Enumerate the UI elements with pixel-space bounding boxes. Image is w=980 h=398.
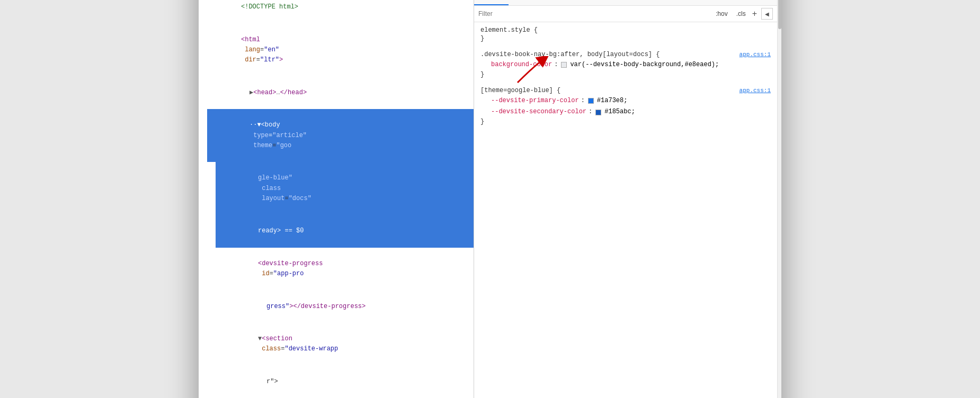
dom-line-devsite-progress2[interactable]: gress"></devsite-progress>	[224, 290, 474, 323]
dom-panel: <!DOCTYPE html> <html lang="en" dir="ltr…	[199, 0, 474, 398]
css-property-secondary-color: --devsite-secondary-color : #185abc;	[480, 106, 771, 118]
add-style-button[interactable]: +	[752, 9, 757, 19]
styles-scrollbar-thumb[interactable]	[778, 0, 781, 29]
css-rule-devsite: .devsite-book-nav-bg:after, body[layout=…	[480, 51, 771, 78]
dom-line-section2: r">	[224, 366, 474, 398]
color-swatch-185abc[interactable]	[595, 110, 601, 115]
styles-scrollbar[interactable]	[777, 0, 781, 398]
dom-line-body-cont2: ready> == $0	[216, 215, 474, 248]
dom-line-section[interactable]: ▼<section class="devsite-wrapp	[216, 323, 474, 366]
css-file-ref-devsite[interactable]: app.css:1	[740, 51, 771, 58]
css-selector-element-style: element.style {	[480, 26, 771, 34]
dom-line-body[interactable]: ··▼<body type="article" theme="goo	[207, 109, 474, 162]
styles-filter-bar: :hov .cls + ◀	[474, 6, 777, 22]
css-close-brace: }	[480, 35, 771, 42]
dom-line-body-cont1: gle-blue" class layout="docs"	[216, 162, 474, 215]
css-rule-theme-google-blue: [theme=google-blue] { app.css:1 --devsit…	[480, 87, 771, 125]
css-file-ref-theme[interactable]: app.css:1	[740, 87, 771, 94]
css-close-brace3: }	[480, 118, 771, 125]
css-selector-devsite: .devsite-book-nav-bg:after, body[layout=…	[480, 51, 771, 58]
css-property-bg-color: background-color : var(--devsite-body-ba…	[480, 59, 771, 71]
color-swatch-e8eaed[interactable]	[561, 62, 567, 68]
tab-layout[interactable]: Layout	[555, 0, 591, 5]
dom-tree[interactable]: <!DOCTYPE html> <html lang="en" dir="ltr…	[199, 0, 474, 398]
styles-tab-bar: Styles Computed Layout Event Listeners D…	[474, 0, 777, 6]
tab-computed[interactable]: Computed	[509, 0, 555, 5]
tab-styles[interactable]: Styles	[474, 0, 509, 5]
css-rule-element-style: element.style { }	[480, 26, 771, 42]
hov-button[interactable]: :hov	[714, 9, 730, 19]
dom-line-devsite-progress[interactable]: <devsite-progress id="app-pro	[216, 248, 474, 291]
tab-dom-breakpoints[interactable]: DOM Breakpoints	[652, 0, 719, 5]
dom-line-head[interactable]: ▶<head>…</head>	[207, 77, 474, 110]
styles-content[interactable]: element.style { } .devsite-book-nav-bg:a…	[474, 22, 777, 398]
tab-event-listeners[interactable]: Event Listeners	[591, 0, 652, 5]
devtools-window: DevTools - developers.google.com/web/too…	[199, 0, 781, 398]
main-content: <!DOCTYPE html> <html lang="en" dir="ltr…	[199, 0, 781, 398]
css-close-brace2: }	[480, 71, 771, 78]
filter-actions: :hov .cls + ◀	[714, 8, 773, 20]
css-property-primary-color: --devsite-primary-color : #1a73e8;	[480, 95, 771, 107]
styles-tab-more[interactable]: »	[719, 0, 733, 5]
toggle-sidebar-button[interactable]: ◀	[761, 8, 773, 20]
cls-button[interactable]: .cls	[734, 9, 748, 19]
styles-panel: Styles Computed Layout Event Listeners D…	[474, 0, 777, 398]
color-swatch-1a73e8[interactable]	[588, 98, 594, 104]
css-selector-theme: [theme=google-blue] { app.css:1	[480, 87, 771, 94]
filter-input[interactable]	[478, 10, 709, 17]
dom-line-doctype: <!DOCTYPE html>	[199, 0, 474, 24]
dom-line-html[interactable]: <html lang="en" dir="ltr">	[199, 24, 474, 77]
